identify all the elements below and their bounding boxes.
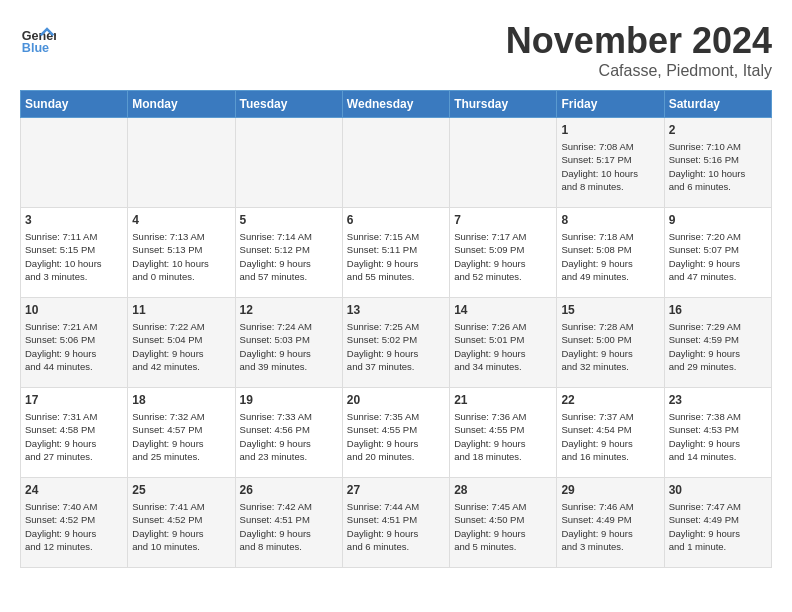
calendar-cell: 10Sunrise: 7:21 AM Sunset: 5:06 PM Dayli… [21,298,128,388]
calendar-cell: 6Sunrise: 7:15 AM Sunset: 5:11 PM Daylig… [342,208,449,298]
calendar-cell: 27Sunrise: 7:44 AM Sunset: 4:51 PM Dayli… [342,478,449,568]
calendar-week-2: 3Sunrise: 7:11 AM Sunset: 5:15 PM Daylig… [21,208,772,298]
day-number: 23 [669,393,767,407]
calendar-cell: 15Sunrise: 7:28 AM Sunset: 5:00 PM Dayli… [557,298,664,388]
calendar-cell: 14Sunrise: 7:26 AM Sunset: 5:01 PM Dayli… [450,298,557,388]
day-info: Sunrise: 7:29 AM Sunset: 4:59 PM Dayligh… [669,320,767,373]
calendar-cell [235,118,342,208]
day-info: Sunrise: 7:37 AM Sunset: 4:54 PM Dayligh… [561,410,659,463]
calendar-cell: 8Sunrise: 7:18 AM Sunset: 5:08 PM Daylig… [557,208,664,298]
day-info: Sunrise: 7:10 AM Sunset: 5:16 PM Dayligh… [669,140,767,193]
day-info: Sunrise: 7:25 AM Sunset: 5:02 PM Dayligh… [347,320,445,373]
calendar-cell: 20Sunrise: 7:35 AM Sunset: 4:55 PM Dayli… [342,388,449,478]
day-info: Sunrise: 7:32 AM Sunset: 4:57 PM Dayligh… [132,410,230,463]
weekday-header-saturday: Saturday [664,91,771,118]
day-number: 22 [561,393,659,407]
day-number: 7 [454,213,552,227]
day-info: Sunrise: 7:28 AM Sunset: 5:00 PM Dayligh… [561,320,659,373]
calendar-cell: 1Sunrise: 7:08 AM Sunset: 5:17 PM Daylig… [557,118,664,208]
calendar-cell: 24Sunrise: 7:40 AM Sunset: 4:52 PM Dayli… [21,478,128,568]
day-number: 24 [25,483,123,497]
calendar-cell: 22Sunrise: 7:37 AM Sunset: 4:54 PM Dayli… [557,388,664,478]
calendar-cell: 9Sunrise: 7:20 AM Sunset: 5:07 PM Daylig… [664,208,771,298]
day-info: Sunrise: 7:18 AM Sunset: 5:08 PM Dayligh… [561,230,659,283]
day-info: Sunrise: 7:22 AM Sunset: 5:04 PM Dayligh… [132,320,230,373]
calendar-cell: 30Sunrise: 7:47 AM Sunset: 4:49 PM Dayli… [664,478,771,568]
weekday-header-thursday: Thursday [450,91,557,118]
calendar-cell: 18Sunrise: 7:32 AM Sunset: 4:57 PM Dayli… [128,388,235,478]
day-number: 4 [132,213,230,227]
day-number: 20 [347,393,445,407]
day-number: 6 [347,213,445,227]
calendar-header: SundayMondayTuesdayWednesdayThursdayFrid… [21,91,772,118]
day-info: Sunrise: 7:47 AM Sunset: 4:49 PM Dayligh… [669,500,767,553]
calendar-cell: 12Sunrise: 7:24 AM Sunset: 5:03 PM Dayli… [235,298,342,388]
day-info: Sunrise: 7:11 AM Sunset: 5:15 PM Dayligh… [25,230,123,283]
day-info: Sunrise: 7:17 AM Sunset: 5:09 PM Dayligh… [454,230,552,283]
day-number: 5 [240,213,338,227]
day-number: 15 [561,303,659,317]
weekday-header-row: SundayMondayTuesdayWednesdayThursdayFrid… [21,91,772,118]
day-number: 27 [347,483,445,497]
day-number: 26 [240,483,338,497]
day-number: 1 [561,123,659,137]
calendar-cell: 17Sunrise: 7:31 AM Sunset: 4:58 PM Dayli… [21,388,128,478]
day-info: Sunrise: 7:38 AM Sunset: 4:53 PM Dayligh… [669,410,767,463]
day-info: Sunrise: 7:40 AM Sunset: 4:52 PM Dayligh… [25,500,123,553]
calendar-cell: 13Sunrise: 7:25 AM Sunset: 5:02 PM Dayli… [342,298,449,388]
day-number: 10 [25,303,123,317]
location: Cafasse, Piedmont, Italy [506,62,772,80]
calendar-cell [450,118,557,208]
weekday-header-sunday: Sunday [21,91,128,118]
calendar-cell: 2Sunrise: 7:10 AM Sunset: 5:16 PM Daylig… [664,118,771,208]
calendar-cell: 21Sunrise: 7:36 AM Sunset: 4:55 PM Dayli… [450,388,557,478]
day-number: 18 [132,393,230,407]
day-info: Sunrise: 7:44 AM Sunset: 4:51 PM Dayligh… [347,500,445,553]
day-number: 16 [669,303,767,317]
calendar-cell: 29Sunrise: 7:46 AM Sunset: 4:49 PM Dayli… [557,478,664,568]
day-info: Sunrise: 7:21 AM Sunset: 5:06 PM Dayligh… [25,320,123,373]
calendar-body: 1Sunrise: 7:08 AM Sunset: 5:17 PM Daylig… [21,118,772,568]
title-block: November 2024 Cafasse, Piedmont, Italy [506,20,772,80]
calendar-week-1: 1Sunrise: 7:08 AM Sunset: 5:17 PM Daylig… [21,118,772,208]
day-number: 12 [240,303,338,317]
calendar-cell: 26Sunrise: 7:42 AM Sunset: 4:51 PM Dayli… [235,478,342,568]
weekday-header-wednesday: Wednesday [342,91,449,118]
calendar-table: SundayMondayTuesdayWednesdayThursdayFrid… [20,90,772,568]
weekday-header-friday: Friday [557,91,664,118]
calendar-week-5: 24Sunrise: 7:40 AM Sunset: 4:52 PM Dayli… [21,478,772,568]
calendar-week-4: 17Sunrise: 7:31 AM Sunset: 4:58 PM Dayli… [21,388,772,478]
day-number: 17 [25,393,123,407]
day-number: 2 [669,123,767,137]
calendar-cell [342,118,449,208]
calendar-cell: 23Sunrise: 7:38 AM Sunset: 4:53 PM Dayli… [664,388,771,478]
day-number: 28 [454,483,552,497]
day-number: 8 [561,213,659,227]
calendar-cell: 19Sunrise: 7:33 AM Sunset: 4:56 PM Dayli… [235,388,342,478]
day-info: Sunrise: 7:13 AM Sunset: 5:13 PM Dayligh… [132,230,230,283]
day-info: Sunrise: 7:45 AM Sunset: 4:50 PM Dayligh… [454,500,552,553]
calendar-cell: 4Sunrise: 7:13 AM Sunset: 5:13 PM Daylig… [128,208,235,298]
calendar-cell [128,118,235,208]
day-number: 13 [347,303,445,317]
logo-icon: General Blue [20,20,56,56]
calendar-cell [21,118,128,208]
calendar-cell: 5Sunrise: 7:14 AM Sunset: 5:12 PM Daylig… [235,208,342,298]
day-info: Sunrise: 7:14 AM Sunset: 5:12 PM Dayligh… [240,230,338,283]
weekday-header-monday: Monday [128,91,235,118]
day-info: Sunrise: 7:42 AM Sunset: 4:51 PM Dayligh… [240,500,338,553]
day-info: Sunrise: 7:35 AM Sunset: 4:55 PM Dayligh… [347,410,445,463]
logo: General Blue [20,20,56,56]
day-number: 3 [25,213,123,227]
day-info: Sunrise: 7:26 AM Sunset: 5:01 PM Dayligh… [454,320,552,373]
svg-text:Blue: Blue [22,41,49,55]
day-info: Sunrise: 7:41 AM Sunset: 4:52 PM Dayligh… [132,500,230,553]
day-info: Sunrise: 7:31 AM Sunset: 4:58 PM Dayligh… [25,410,123,463]
day-number: 29 [561,483,659,497]
day-number: 30 [669,483,767,497]
day-number: 11 [132,303,230,317]
day-number: 21 [454,393,552,407]
calendar-cell: 28Sunrise: 7:45 AM Sunset: 4:50 PM Dayli… [450,478,557,568]
day-number: 25 [132,483,230,497]
weekday-header-tuesday: Tuesday [235,91,342,118]
